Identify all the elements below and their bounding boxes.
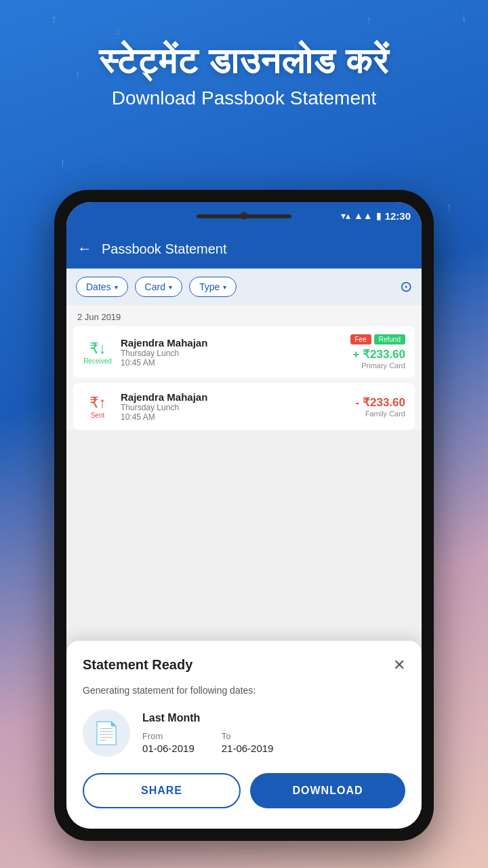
- table-row: ₹↑ Sent Rajendra Mahajan Thursday Lunch …: [73, 383, 415, 430]
- pdf-icon: 📄: [93, 720, 120, 746]
- chevron-down-icon: ▾: [115, 283, 118, 291]
- tx-name: Rajendra Mahajan: [121, 391, 348, 403]
- close-button[interactable]: ✕: [393, 658, 405, 673]
- tx-amount-area: Fee Refund + ₹233.60 Primary Card: [350, 334, 405, 370]
- tx-amount: + ₹233.60: [350, 347, 405, 361]
- phone-speaker: [197, 214, 291, 218]
- status-icons: ▾▴ ▲▲ ▮ 12:30: [341, 210, 411, 222]
- signal-icon: ▲▲: [354, 210, 373, 221]
- tx-time: 10:45 AM: [121, 358, 342, 368]
- tx-time: 10:45 AM: [121, 412, 348, 422]
- share-button[interactable]: SHARE: [83, 773, 241, 808]
- sent-icon: ₹↑ Sent: [83, 392, 113, 422]
- sheet-title: Statement Ready: [83, 657, 192, 673]
- from-label: From: [142, 731, 195, 741]
- hero-header: स्टेट्मेंट डाउनलोड करें Download Passboo…: [0, 41, 488, 109]
- refund-badge: Refund: [374, 334, 405, 344]
- received-icon: ₹↓ Received: [83, 337, 113, 367]
- tx-desc: Thursday Lunch: [121, 349, 342, 358]
- sheet-actions: SHARE DOWNLOAD: [83, 773, 405, 808]
- tx-details: Rajendra Mahajan Thursday Lunch 10:45 AM: [121, 337, 342, 368]
- transactions-list: 2 Jun 2019 ₹↓ Received Rajendra Mahajan …: [66, 305, 422, 430]
- to-date: 21-06-2019: [222, 743, 274, 754]
- to-label: To: [222, 731, 274, 741]
- tx-card: Family Card: [356, 410, 405, 418]
- hindi-title: स्टेट्मेंट डाउनलोड करें: [0, 41, 488, 82]
- tx-details: Rajendra Mahajan Thursday Lunch 10:45 AM: [121, 391, 348, 422]
- date-info: Last Month From 01-06-2019 To 21-06-2019: [142, 712, 405, 755]
- app-header: ← Passbook Statement: [66, 229, 422, 269]
- sheet-content: 📄 Last Month From 01-06-2019 To 21-06-20…: [83, 709, 405, 757]
- download-button[interactable]: DOWNLOAD: [250, 773, 405, 808]
- app-title: Passbook Statement: [102, 241, 227, 257]
- tx-amount-area: - ₹233.60 Family Card: [356, 395, 405, 418]
- tx-name: Rajendra Mahajan: [121, 337, 342, 349]
- dates-filter[interactable]: Dates ▾: [76, 277, 128, 297]
- english-subtitle: Download Passbook Statement: [0, 87, 488, 109]
- sheet-subtitle: Generating statement for following dates…: [83, 685, 405, 696]
- date-header: 2 Jun 2019: [66, 305, 422, 326]
- phone-frame: ▾▴ ▲▲ ▮ 12:30 ← Passbook Statement Dates…: [54, 190, 434, 841]
- date-row: From 01-06-2019 To 21-06-2019: [142, 731, 405, 755]
- from-date: 01-06-2019: [142, 743, 195, 754]
- tx-desc: Thursday Lunch: [121, 403, 348, 412]
- chevron-down-icon: ▾: [169, 283, 172, 291]
- table-row: ₹↓ Received Rajendra Mahajan Thursday Lu…: [73, 326, 415, 378]
- chevron-down-icon: ▾: [223, 283, 226, 291]
- type-filter[interactable]: Type ▾: [189, 277, 237, 297]
- bottom-sheet: Statement Ready ✕ Generating statement f…: [66, 641, 422, 829]
- from-date-col: From 01-06-2019: [142, 731, 195, 755]
- pdf-icon-wrap: 📄: [83, 709, 130, 757]
- back-button[interactable]: ←: [77, 240, 92, 258]
- phone-screen: ▾▴ ▲▲ ▮ 12:30 ← Passbook Statement Dates…: [66, 202, 422, 829]
- to-date-col: To 21-06-2019: [222, 731, 274, 755]
- fee-badge: Fee: [350, 334, 371, 344]
- wifi-icon: ▾▴: [341, 210, 350, 221]
- search-icon[interactable]: ⊙: [400, 278, 412, 296]
- tx-card: Primary Card: [350, 361, 405, 370]
- tx-badges: Fee Refund: [350, 334, 405, 344]
- status-time: 12:30: [385, 210, 411, 222]
- card-filter[interactable]: Card ▾: [135, 277, 182, 297]
- filter-bar: Dates ▾ Card ▾ Type ▾ ⊙: [66, 269, 422, 305]
- battery-icon: ▮: [376, 210, 382, 221]
- sheet-header: Statement Ready ✕: [83, 657, 405, 673]
- tx-amount: - ₹233.60: [356, 395, 405, 410]
- period-label: Last Month: [142, 712, 405, 724]
